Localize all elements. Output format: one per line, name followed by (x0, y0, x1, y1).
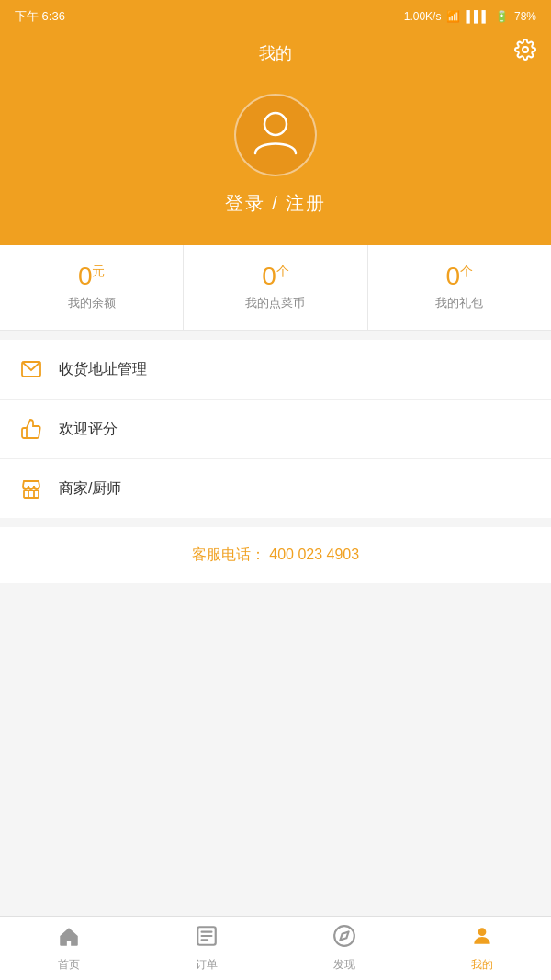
gifts-value: 0个 (377, 264, 542, 289)
network-speed: 1.00K/s (404, 10, 442, 23)
orders-icon (195, 924, 219, 953)
bottom-navigation: 首页 订单 发现 我的 (0, 916, 551, 980)
rating-label: 欢迎评分 (59, 420, 118, 439)
signal-icon: ▌▌▌ (466, 10, 489, 23)
shop-icon (18, 476, 44, 501)
page-header: 我的 (0, 33, 551, 72)
coins-value: 0个 (193, 264, 357, 289)
battery-icon: 🔋 (495, 10, 509, 23)
gifts-label: 我的礼包 (377, 295, 542, 311)
address-label: 收货地址管理 (59, 360, 147, 379)
svg-rect-3 (24, 490, 39, 498)
discover-icon (332, 924, 356, 953)
merchant-label: 商家/厨师 (59, 479, 121, 499)
svg-point-10 (334, 926, 354, 946)
wifi-icon: 📶 (446, 10, 460, 23)
balance-value: 0元 (9, 264, 174, 289)
nav-discover[interactable]: 发现 (276, 917, 413, 980)
mine-icon (470, 924, 494, 953)
stat-gifts[interactable]: 0个 我的礼包 (368, 245, 551, 330)
home-icon (57, 924, 81, 953)
svg-marker-11 (340, 931, 348, 940)
svg-point-12 (478, 928, 487, 936)
nav-mine[interactable]: 我的 (413, 917, 551, 980)
coins-label: 我的点菜币 (193, 295, 357, 311)
nav-home[interactable]: 首页 (0, 917, 138, 980)
nav-discover-label: 发现 (333, 957, 355, 973)
content-spacer (0, 583, 551, 703)
svg-point-0 (523, 47, 528, 52)
nav-home-label: 首页 (58, 957, 80, 973)
profile-section[interactable]: 登录 / 注册 (0, 72, 551, 245)
login-register-link[interactable]: 登录 / 注册 (225, 191, 327, 216)
stat-coins[interactable]: 0个 我的点菜币 (184, 245, 367, 330)
status-time: 下午 6:36 (15, 8, 65, 25)
customer-service-text: 客服电话： 400 023 4903 (192, 546, 359, 562)
thumb-icon (18, 416, 44, 442)
menu-item-merchant[interactable]: 商家/厨师 (0, 459, 551, 518)
balance-label: 我的余额 (9, 295, 174, 311)
nav-mine-label: 我的 (471, 957, 493, 973)
settings-button[interactable] (514, 39, 536, 66)
svg-point-1 (264, 113, 287, 135)
status-right: 1.00K/s 📶 ▌▌▌ 🔋 78% (404, 10, 536, 23)
stats-row: 0元 我的余额 0个 我的点菜币 0个 我的礼包 (0, 245, 551, 331)
nav-orders-label: 订单 (196, 957, 218, 973)
battery-percent: 78% (514, 10, 536, 23)
menu-item-address[interactable]: 收货地址管理 (0, 340, 551, 400)
nav-orders[interactable]: 订单 (138, 917, 276, 980)
menu-item-rating[interactable]: 欢迎评分 (0, 400, 551, 459)
menu-section: 收货地址管理 欢迎评分 商家/厨师 (0, 340, 551, 518)
page-title: 我的 (259, 44, 292, 62)
customer-service[interactable]: 客服电话： 400 023 4903 (0, 527, 551, 583)
status-bar: 下午 6:36 1.00K/s 📶 ▌▌▌ 🔋 78% (0, 0, 551, 33)
stat-balance[interactable]: 0元 我的余额 (0, 245, 184, 330)
user-avatar-icon (248, 106, 303, 164)
mail-icon (18, 356, 44, 382)
avatar[interactable] (234, 94, 317, 176)
